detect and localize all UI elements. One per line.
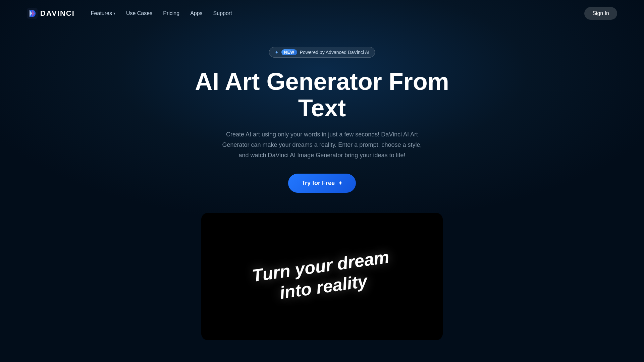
preview-card-text: Turn your dream into reality	[251, 246, 393, 307]
nav-apps[interactable]: Apps	[190, 10, 202, 16]
brand-name: DAVINCI	[40, 9, 75, 18]
nav-features[interactable]: Features ▾	[91, 10, 115, 16]
cta-sparkle-icon: ✦	[338, 180, 342, 186]
nav-links: Features ▾ Use Cases Pricing Apps Suppor…	[91, 10, 232, 16]
nav-left: DAVINCI Features ▾ Use Cases Pricing App…	[27, 8, 232, 19]
try-free-button[interactable]: Try for Free ✦	[288, 174, 356, 193]
badge-text: Powered by Advanced DaVinci AI	[300, 50, 370, 55]
sparkle-icon: ✦	[275, 50, 279, 55]
preview-card: Turn your dream into reality	[201, 213, 443, 340]
navbar: DAVINCI Features ▾ Use Cases Pricing App…	[0, 0, 644, 27]
hero-title: AI Art Generator From Text	[171, 68, 473, 121]
hero-description: Create AI art using only your words in j…	[218, 129, 426, 160]
hero-section: ✦ NEW Powered by Advanced DaVinci AI AI …	[0, 27, 644, 340]
nav-pricing[interactable]: Pricing	[163, 10, 179, 16]
new-badge: ✦ NEW Powered by Advanced DaVinci AI	[269, 47, 375, 58]
nav-use-cases[interactable]: Use Cases	[126, 10, 152, 16]
nav-support[interactable]: Support	[213, 10, 232, 16]
logo-icon	[27, 8, 38, 19]
try-free-label: Try for Free	[302, 180, 335, 187]
badge-new-label: NEW	[281, 49, 297, 55]
sign-in-button[interactable]: Sign In	[584, 7, 617, 20]
chevron-down-icon: ▾	[113, 11, 115, 16]
logo[interactable]: DAVINCI	[27, 8, 75, 19]
